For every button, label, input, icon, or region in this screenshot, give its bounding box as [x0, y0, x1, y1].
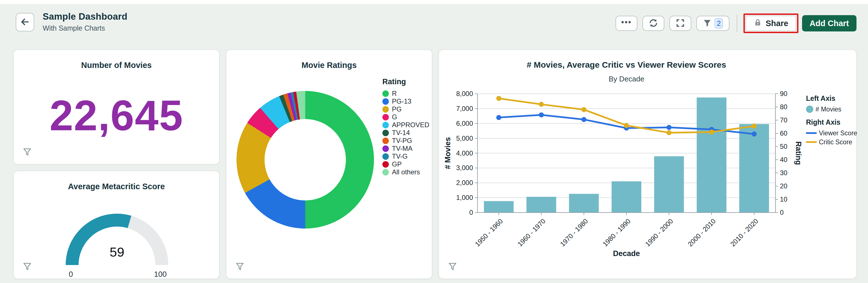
combo-chart-title: # Movies, Average Critic vs Viewer Revie… — [439, 60, 814, 69]
card-title: Number of Movies — [14, 61, 219, 70]
gauge-chart[interactable]: 59 0 100 — [14, 190, 220, 280]
svg-text:8,000: 8,000 — [456, 90, 473, 97]
data-point[interactable] — [624, 123, 629, 128]
card-filter-button[interactable] — [22, 261, 33, 272]
legend-label: Critic Score — [819, 138, 852, 146]
share-button[interactable]: Share — [746, 16, 796, 31]
bar-1990 - 2000[interactable] — [654, 157, 684, 213]
bar-1970 - 1980[interactable] — [569, 194, 599, 213]
legend-label: # Movies — [815, 106, 841, 113]
legend-swatch — [382, 145, 389, 152]
legend-swatch — [382, 138, 389, 144]
bar-1950 - 1960[interactable] — [484, 201, 514, 213]
legend-item-critic-score: Critic Score — [806, 138, 857, 146]
svg-text:80: 80 — [780, 103, 787, 111]
toolbar-divider — [737, 15, 737, 32]
legend-item: PG — [382, 105, 430, 113]
legend-item-movies: # Movies — [806, 105, 857, 114]
legend-label: R — [392, 90, 397, 97]
legend-swatch — [382, 169, 389, 175]
fullscreen-button[interactable] — [670, 16, 691, 31]
viewer-score-line-swatch — [806, 132, 817, 134]
header-titles: Sample Dashboard With Sample Charts — [43, 11, 127, 32]
funnel-outline-icon — [24, 263, 31, 270]
data-point[interactable] — [709, 130, 714, 135]
data-point[interactable] — [496, 96, 501, 101]
share-button-label: Share — [766, 19, 788, 28]
movie-ratings-donut-chart[interactable] — [237, 91, 374, 229]
kpi-value: 22,645 — [14, 91, 219, 140]
legend-label: TV-MA — [392, 145, 412, 152]
legend-swatch — [382, 106, 389, 113]
back-arrow-icon — [20, 17, 30, 28]
legend-swatch — [382, 114, 389, 120]
legend-item: TV-14 — [382, 129, 430, 137]
data-point[interactable] — [539, 102, 544, 107]
more-options-button[interactable]: ••• — [616, 16, 638, 31]
header-toolbar: ••• 2 — [616, 13, 857, 33]
data-point[interactable] — [496, 115, 501, 120]
legend-item: TV-G — [382, 152, 430, 160]
dashboard-filter-button[interactable]: 2 — [696, 16, 730, 31]
svg-text:7,000: 7,000 — [456, 105, 473, 112]
refresh-button[interactable] — [643, 16, 664, 31]
svg-text:Rating: Rating — [794, 142, 803, 165]
data-point[interactable] — [751, 123, 756, 129]
data-point[interactable] — [581, 117, 586, 122]
svg-text:10: 10 — [780, 195, 787, 203]
legend-label: TV-14 — [392, 129, 410, 137]
funnel-outline-icon — [237, 263, 243, 270]
svg-text:1970 - 1980: 1970 - 1980 — [559, 217, 589, 248]
legend-swatch — [382, 98, 389, 105]
legend-item: PG-13 — [382, 97, 430, 105]
svg-text:3,000: 3,000 — [456, 164, 473, 172]
page-title: Sample Dashboard — [43, 11, 127, 22]
card-filter-button[interactable] — [447, 261, 458, 272]
svg-text:1,000: 1,000 — [456, 194, 473, 201]
svg-text:40: 40 — [780, 156, 787, 163]
legend-item: TV-MA — [382, 145, 430, 152]
svg-text:0: 0 — [780, 208, 783, 216]
svg-text:1960 - 1970: 1960 - 1970 — [516, 217, 547, 248]
bar-1980 - 1990[interactable] — [612, 181, 641, 213]
card-movie-ratings: Movie Ratings Rating RPG-13PGGAPPROVEDTV… — [226, 49, 432, 279]
svg-text:1950 - 1960: 1950 - 1960 — [473, 217, 504, 248]
data-point[interactable] — [751, 132, 756, 137]
back-button[interactable] — [16, 13, 34, 31]
data-point[interactable] — [666, 125, 672, 130]
combo-chart-svg[interactable]: 01,0002,0003,0004,0005,0006,0007,0008,00… — [439, 84, 804, 274]
lock-icon — [753, 18, 762, 29]
top-strip — [0, 0, 868, 4]
svg-text:50: 50 — [780, 143, 787, 150]
data-point[interactable] — [581, 107, 586, 112]
critic-score-line-swatch — [806, 141, 817, 143]
data-point[interactable] — [666, 130, 672, 135]
legend-swatch — [382, 161, 389, 168]
svg-text:5,000: 5,000 — [456, 135, 473, 142]
card-movies-review-scores: # Movies, Average Critic vs Viewer Revie… — [438, 49, 857, 279]
card-filter-button[interactable] — [234, 261, 246, 272]
legend-swatch — [382, 130, 389, 136]
ratings-legend-title: Rating — [382, 78, 430, 86]
legend-label: TV-G — [392, 152, 408, 160]
card-title: Average Metacritic Score — [14, 182, 219, 191]
add-chart-button[interactable]: Add Chart — [802, 15, 857, 31]
ratings-legend: Rating RPG-13PGGAPPROVEDTV-14TV-PGTV-MAT… — [382, 78, 430, 176]
card-filter-button[interactable] — [22, 146, 33, 158]
svg-text:1990 - 2000: 1990 - 2000 — [644, 217, 675, 248]
svg-text:Decade: Decade — [613, 249, 640, 258]
movies-dot-swatch — [806, 106, 813, 113]
legend-swatch — [382, 122, 389, 128]
data-point[interactable] — [539, 112, 544, 117]
bar-2010 - 2020[interactable] — [739, 124, 769, 213]
fullscreen-icon — [676, 18, 685, 29]
combo-chart-subtitle: By Decade — [439, 75, 814, 83]
legend-left-axis-header: Left Axis — [806, 94, 857, 103]
bar-2000 - 2010[interactable] — [696, 97, 726, 213]
legend-label: G — [392, 113, 397, 121]
svg-text:70: 70 — [780, 116, 787, 124]
funnel-outline-icon — [24, 149, 31, 155]
legend-label: PG — [392, 105, 402, 113]
svg-text:1980 - 1990: 1980 - 1990 — [601, 217, 632, 248]
bar-1960 - 1970[interactable] — [527, 197, 556, 213]
